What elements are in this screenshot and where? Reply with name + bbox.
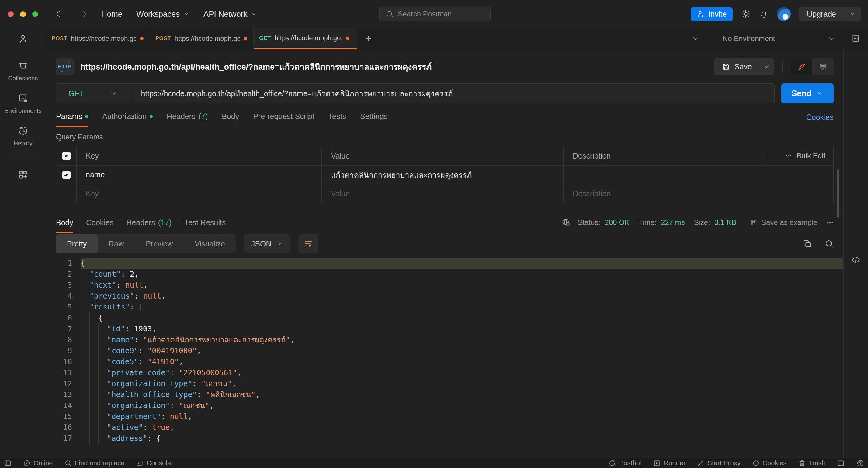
tab-headers[interactable]: Headers(7) — [167, 112, 208, 126]
time-value[interactable]: 227 ms — [661, 218, 685, 227]
code-line-17: 17"address": { — [46, 433, 843, 444]
view-pretty[interactable]: Pretty — [56, 234, 98, 253]
right-rail — [843, 49, 868, 458]
param-description-cell[interactable] — [563, 166, 833, 184]
tab-prerequest-script[interactable]: Pre-request Script — [253, 112, 314, 126]
code-line-4: 4"previous": null, — [46, 291, 843, 301]
minimize-window-button[interactable] — [20, 11, 26, 17]
view-raw[interactable]: Raw — [98, 234, 135, 253]
sidebar-profile[interactable] — [0, 28, 46, 49]
invite-button[interactable]: Invite — [691, 7, 733, 21]
code-snippet-icon[interactable] — [850, 62, 861, 458]
line-number: 14 — [46, 400, 81, 411]
find-and-replace-button[interactable]: Find and replace — [64, 459, 125, 467]
request-tab-get-active[interactable]: GET https://hcode.moph.go. — [254, 28, 358, 49]
notifications-bell-icon[interactable] — [759, 9, 769, 19]
search-input[interactable]: Search Postman — [379, 7, 491, 21]
size-value[interactable]: 3.1 KB — [714, 218, 736, 227]
bulk-edit-button[interactable]: Bulk Edit — [767, 146, 833, 165]
select-all-checkbox[interactable] — [62, 152, 70, 160]
response-tab-body[interactable]: Body — [56, 211, 73, 233]
postbot-button[interactable]: Postbot — [608, 459, 642, 467]
sidebar-item-history[interactable]: History — [0, 125, 46, 147]
tab-list-chevron-icon[interactable] — [682, 28, 709, 49]
edit-pencil-button[interactable] — [791, 58, 812, 75]
line-number: 3 — [46, 280, 81, 291]
trash-button[interactable]: Trash — [798, 459, 826, 467]
request-tab-post-1[interactable]: POST https://hcode.moph.gc — [46, 28, 150, 49]
maximize-window-button[interactable] — [32, 11, 38, 17]
toggle-sidebar-icon[interactable] — [4, 459, 11, 467]
split-panel-icon[interactable] — [837, 459, 845, 467]
nav-home[interactable]: Home — [101, 9, 122, 19]
row-checkbox[interactable] — [62, 171, 70, 179]
sidebar-item-environments[interactable]: Environments — [0, 93, 46, 114]
view-visualize[interactable]: Visualize — [184, 234, 236, 253]
online-status[interactable]: Online — [23, 459, 53, 467]
runner-button[interactable]: Runner — [653, 459, 685, 467]
back-arrow-icon[interactable] — [55, 9, 64, 19]
unsaved-dot — [346, 36, 349, 40]
more-dots-icon[interactable] — [785, 152, 792, 159]
search-icon — [64, 460, 72, 467]
response-tab-test-results[interactable]: Test Results — [184, 211, 226, 233]
param-value-cell[interactable]: แก้วตาคลินิกการพยาบาลและการผดุงครรภ์ — [321, 166, 563, 184]
save-options-chevron[interactable] — [759, 58, 774, 75]
search-response-icon[interactable] — [825, 239, 834, 248]
cookies-button[interactable]: Cookies — [752, 459, 786, 467]
method-select[interactable]: GET — [68, 89, 84, 98]
forward-arrow-icon[interactable] — [78, 9, 87, 19]
window-controls[interactable] — [8, 11, 38, 17]
copy-icon[interactable] — [803, 239, 812, 248]
send-options-chevron[interactable] — [817, 90, 824, 97]
tab-params[interactable]: Params — [56, 112, 88, 126]
environment-selector[interactable]: No Environment — [709, 28, 843, 49]
response-tab-headers[interactable]: Headers(17) — [126, 211, 172, 233]
save-as-example-button[interactable]: Save as example — [750, 218, 817, 227]
table-empty-row[interactable]: Key Value Description — [56, 184, 833, 203]
param-key-placeholder[interactable]: Key — [76, 184, 321, 203]
tab-authorization[interactable]: Authorization — [102, 112, 153, 126]
terminal-icon — [136, 460, 143, 467]
response-body-editor[interactable]: 1{2"count": 2,3"next": null,4"previous":… — [46, 258, 843, 458]
tab-body[interactable]: Body — [222, 112, 239, 126]
gear-icon[interactable] — [741, 9, 751, 19]
param-description-placeholder[interactable]: Description — [563, 184, 833, 203]
save-button[interactable]: Save — [714, 58, 759, 75]
params-scrollbar[interactable] — [837, 170, 839, 217]
console-button[interactable]: Console — [136, 459, 171, 467]
response-more-options-icon[interactable] — [826, 219, 834, 226]
configure-sidebar-button[interactable] — [0, 169, 46, 180]
time-label: Time: — [639, 218, 657, 227]
param-key-cell[interactable]: name — [76, 166, 321, 184]
tab-tests[interactable]: Tests — [329, 112, 346, 126]
wrap-lines-button[interactable] — [298, 234, 318, 253]
code-line-6: 6{ — [46, 313, 843, 323]
tab-settings[interactable]: Settings — [360, 112, 388, 126]
param-value-placeholder[interactable]: Value — [321, 184, 563, 203]
comments-button[interactable] — [812, 58, 834, 75]
start-proxy-button[interactable]: Start Proxy — [697, 459, 741, 467]
send-button[interactable]: Send — [781, 83, 834, 104]
sidebar-item-collections[interactable]: Collections — [0, 60, 46, 82]
response-tab-cookies[interactable]: Cookies — [86, 211, 114, 233]
view-preview[interactable]: Preview — [135, 234, 184, 253]
format-dropdown[interactable]: JSON — [244, 234, 290, 253]
url-input[interactable]: GET https://hcode.moph.go.th/api/health_… — [56, 83, 775, 104]
table-row[interactable]: name แก้วตาคลินิกการพยาบาลและการผดุงครรภ… — [56, 165, 833, 184]
new-tab-button[interactable] — [358, 28, 379, 49]
network-globe-icon[interactable] — [561, 218, 570, 227]
help-icon[interactable] — [857, 459, 864, 467]
nav-workspaces[interactable]: Workspaces — [136, 9, 189, 19]
cookies-link[interactable]: Cookies — [806, 113, 834, 126]
status-value[interactable]: 200 OK — [604, 218, 629, 227]
cookie-icon — [752, 460, 760, 467]
environment-quick-look-icon[interactable] — [843, 28, 868, 49]
close-window-button[interactable] — [8, 11, 14, 17]
person-icon — [18, 33, 28, 44]
upgrade-button[interactable]: Upgrade — [799, 7, 861, 21]
user-avatar[interactable] — [777, 7, 791, 21]
request-tab-post-2[interactable]: POST https://hcode.moph.gc — [150, 28, 254, 49]
nav-api-network[interactable]: API Network — [204, 9, 257, 19]
person-add-icon — [697, 10, 705, 18]
